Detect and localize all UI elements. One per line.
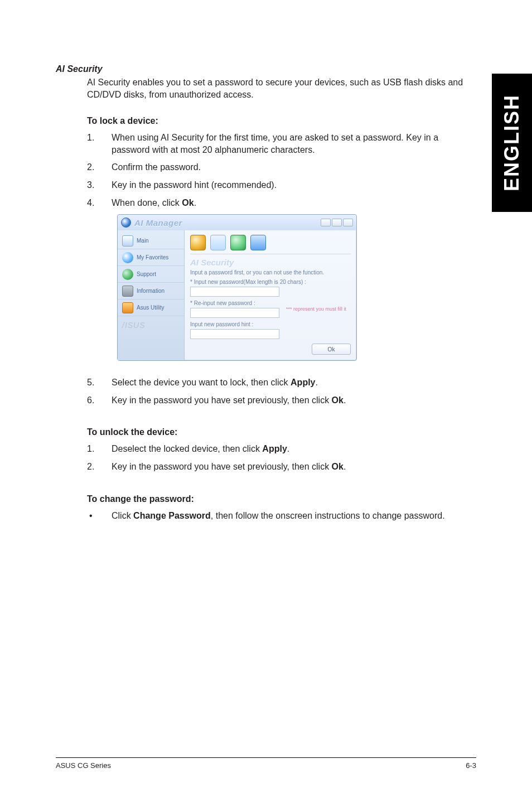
toolbar-icon-2[interactable]: [210, 235, 226, 250]
unlock-steps: Deselect the locked device, then click A…: [87, 443, 468, 472]
intro-paragraph: AI Security enables you to set a passwor…: [87, 76, 468, 100]
reinput-password-label: * Re-input new password :: [190, 300, 279, 306]
unlock-heading: To unlock the device:: [87, 427, 468, 437]
toolbar-icon-4[interactable]: [250, 235, 266, 250]
unlock-step-2: Key in the password you have set previou…: [87, 461, 468, 473]
ok-button[interactable]: Ok: [312, 344, 351, 355]
new-password-input[interactable]: [190, 287, 279, 297]
favorites-icon: [122, 252, 133, 263]
lock-step-1: When using AI Security for the first tim…: [87, 132, 468, 156]
side-item-main[interactable]: Main: [118, 233, 184, 249]
password-hint-label: Input new password hint :: [190, 321, 351, 327]
unlock-step-1: Deselect the locked device, then click A…: [87, 443, 468, 455]
side-item-favorites[interactable]: My Favorites: [118, 249, 184, 266]
lock-step-4: When done, click Ok.: [87, 197, 468, 209]
side-item-support[interactable]: Support: [118, 266, 184, 283]
language-side-tab: ENGLISH: [492, 74, 532, 212]
toolbar-icon-3[interactable]: [230, 235, 246, 250]
footer-right: 6-3: [466, 761, 476, 770]
panel-subtext: Input a password first, or you can not u…: [190, 269, 351, 276]
support-icon: [122, 269, 133, 280]
ai-manager-dialog-screenshot: AI Manager Main My Favorites Support Inf…: [117, 214, 468, 361]
toolbar-icon-1[interactable]: [190, 235, 206, 250]
lock-step-3: Key in the password hint (recommended).: [87, 179, 468, 191]
brand-footer: /ISUS: [118, 316, 184, 334]
password-hint-input[interactable]: [190, 329, 279, 339]
main-icon: [122, 235, 133, 247]
language-label: ENGLISH: [500, 94, 524, 191]
lock-step-5: Select the device you want to lock, then…: [87, 376, 468, 389]
panel-title: AI Security: [190, 258, 351, 267]
close-button[interactable]: [343, 219, 353, 226]
side-item-information[interactable]: Information: [118, 283, 184, 299]
lock-steps-1-4: When using AI Security for the first tim…: [87, 132, 468, 209]
maximize-button[interactable]: [332, 219, 342, 226]
new-password-label: * Input new password(Max length is 20 ch…: [190, 279, 351, 285]
side-item-asus-utility[interactable]: Asus Utility: [118, 299, 184, 316]
change-bullets: Click Change Password, then follow the o…: [87, 510, 468, 522]
information-icon: [122, 286, 133, 297]
section-heading: AI Security: [56, 64, 468, 74]
app-logo-icon: [121, 218, 131, 228]
change-bullet-1: Click Change Password, then follow the o…: [87, 510, 468, 522]
dialog-title: AI Manager: [134, 218, 182, 228]
minimize-button[interactable]: [321, 219, 331, 226]
change-heading: To change the password:: [87, 494, 468, 504]
hint-note: *** represent you must fill it: [286, 306, 346, 312]
footer-left: ASUS CG Series: [56, 761, 111, 770]
lock-heading: To lock a device:: [87, 116, 468, 126]
lock-step-2: Confirm the password.: [87, 161, 468, 173]
lock-steps-5-6: Select the device you want to lock, then…: [87, 376, 468, 406]
lock-step-6: Key in the password you have set previou…: [87, 394, 468, 407]
asus-utility-icon: [122, 302, 133, 313]
reinput-password-input[interactable]: [190, 308, 279, 318]
